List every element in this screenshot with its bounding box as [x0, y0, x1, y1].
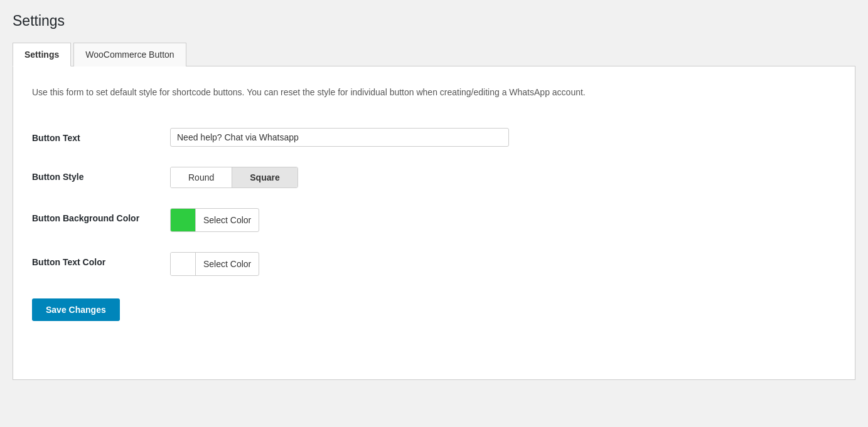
- save-row: Save Changes: [32, 286, 836, 321]
- text-color-label: Select Color: [196, 255, 259, 273]
- tab-woocommerce-button-label: WooCommerce Button: [85, 50, 174, 60]
- button-text-input[interactable]: [170, 128, 509, 147]
- background-color-picker[interactable]: Select Color: [170, 208, 259, 232]
- tab-settings-label: Settings: [24, 50, 59, 60]
- button-background-color-row: Button Background Color Select Color: [32, 198, 836, 242]
- description-text: Use this form to set default style for s…: [32, 85, 836, 99]
- button-style-field: Round Square: [170, 167, 836, 188]
- tab-settings[interactable]: Settings: [13, 43, 71, 66]
- tab-content: Use this form to set default style for s…: [13, 66, 855, 380]
- button-text-color-field: Select Color: [170, 252, 836, 276]
- style-round-button[interactable]: Round: [171, 167, 232, 187]
- tabs-container: Settings WooCommerce Button Use this for…: [13, 42, 855, 380]
- button-style-label: Button Style: [32, 167, 170, 182]
- tabs-nav: Settings WooCommerce Button: [13, 42, 855, 66]
- style-square-button[interactable]: Square: [232, 167, 297, 187]
- background-color-swatch: [171, 209, 196, 231]
- button-style-row: Button Style Round Square: [32, 157, 836, 198]
- background-color-label: Select Color: [196, 211, 259, 229]
- button-background-color-label: Button Background Color: [32, 208, 170, 223]
- save-button[interactable]: Save Changes: [32, 298, 120, 321]
- button-text-field: [170, 128, 836, 147]
- text-color-picker[interactable]: Select Color: [170, 252, 259, 276]
- button-text-color-label: Button Text Color: [32, 252, 170, 267]
- button-style-group: Round Square: [170, 167, 298, 188]
- button-background-color-field: Select Color: [170, 208, 836, 232]
- page-wrapper: Settings Settings WooCommerce Button Use…: [0, 0, 868, 393]
- button-text-label: Button Text: [32, 128, 170, 143]
- tab-woocommerce-button[interactable]: WooCommerce Button: [73, 43, 186, 66]
- button-text-row: Button Text: [32, 118, 836, 157]
- text-color-swatch: [171, 253, 196, 275]
- page-title: Settings: [13, 13, 855, 29]
- button-text-color-row: Button Text Color Select Color: [32, 242, 836, 286]
